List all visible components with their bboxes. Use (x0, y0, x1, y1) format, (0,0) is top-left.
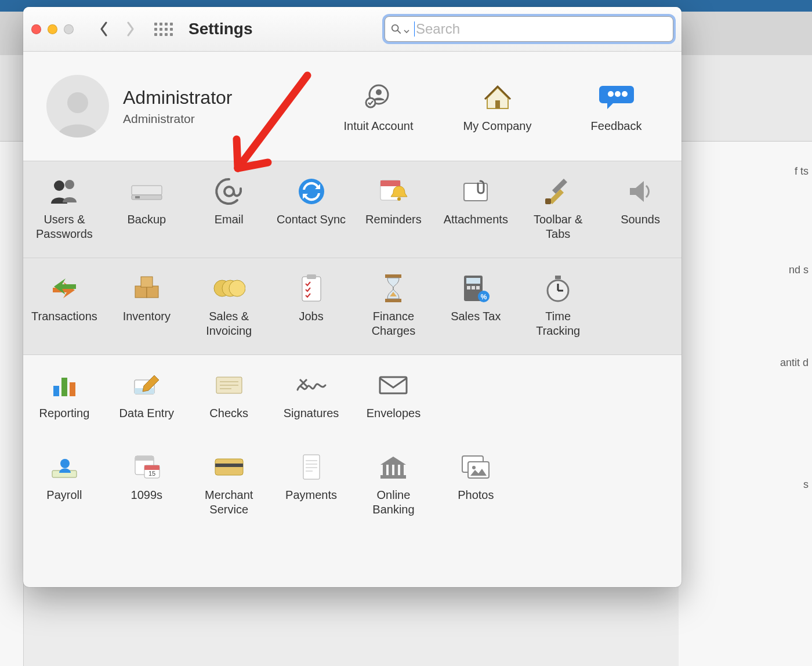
svg-rect-23 (147, 286, 158, 298)
background-sidebar (0, 142, 24, 666)
item-label: Reporting (23, 406, 106, 421)
svg-point-10 (54, 180, 64, 191)
bank-icon (376, 451, 411, 483)
svg-rect-54 (380, 377, 407, 393)
item-label: Checks (188, 406, 270, 421)
form-pencil-icon (129, 369, 164, 401)
item-label: Inventory (106, 309, 188, 324)
svg-point-0 (392, 25, 398, 31)
item-reminders[interactable]: Reminders (353, 175, 435, 241)
back-button[interactable] (98, 20, 110, 38)
item-backup[interactable]: Backup (106, 175, 188, 241)
item-time-tracking[interactable]: Time Tracking (517, 272, 599, 338)
item-label: Email (188, 212, 270, 227)
speaker-icon (623, 175, 658, 208)
item-sounds[interactable]: Sounds (599, 175, 682, 241)
item-label: Payroll (23, 488, 106, 502)
nav-buttons (98, 20, 136, 38)
svg-rect-70 (389, 465, 392, 475)
arrows-exchange-icon (47, 272, 82, 305)
item-finance-charges[interactable]: Finance Charges (353, 272, 435, 338)
svg-point-7 (608, 91, 614, 97)
item-label: Sales Tax (434, 309, 517, 324)
item-attachments[interactable]: Attachments (434, 175, 517, 241)
user-name: Administrator (123, 87, 233, 108)
item-jobs[interactable]: Jobs (270, 272, 353, 338)
settings-row-3: Reporting Data Entry Checks Signatures E… (23, 355, 682, 437)
bg-hint-2: nd s (789, 263, 809, 277)
svg-text:%: % (481, 293, 487, 301)
item-label: Envelopes (353, 406, 435, 421)
item-inventory[interactable]: Inventory (106, 272, 188, 338)
svg-rect-28 (302, 277, 321, 301)
item-signatures[interactable]: Signatures (270, 369, 353, 421)
house-icon (480, 79, 515, 114)
item-1099s[interactable]: 15 1099s (106, 451, 188, 517)
user-role: Administrator (123, 112, 233, 126)
show-all-button[interactable] (155, 20, 172, 38)
svg-rect-24 (141, 277, 153, 287)
stopwatch-icon (541, 272, 575, 305)
svg-rect-14 (135, 196, 140, 198)
item-label: Online Banking (353, 488, 435, 517)
item-intuit-account[interactable]: Intuit Account (336, 79, 420, 133)
item-users-passwords[interactable]: Users & Passwords (23, 175, 106, 241)
item-contact-sync[interactable]: Contact Sync (270, 175, 353, 241)
item-sales-invoicing[interactable]: Sales & Invoicing (188, 272, 270, 338)
minimize-window-button[interactable] (48, 24, 57, 34)
svg-rect-6 (495, 100, 500, 108)
item-photos[interactable]: Photos (434, 451, 517, 517)
svg-rect-18 (380, 180, 400, 186)
window-title: Settings (188, 20, 252, 38)
item-reporting[interactable]: Reporting (23, 369, 106, 421)
item-label: Signatures (270, 406, 353, 421)
item-online-banking[interactable]: Online Banking (353, 451, 435, 517)
svg-rect-33 (466, 278, 480, 284)
item-label: 1099s (106, 488, 188, 502)
boxes-icon (129, 272, 164, 305)
svg-text:15: 15 (148, 470, 155, 477)
item-label: Attachments (434, 212, 517, 227)
item-merchant-service[interactable]: Merchant Service (188, 451, 270, 517)
svg-point-19 (397, 197, 401, 201)
item-envelopes[interactable]: Envelopes (353, 369, 435, 421)
svg-point-15 (224, 187, 234, 196)
svg-line-1 (398, 31, 401, 34)
user-block: Administrator Administrator (123, 87, 233, 126)
chevron-down-icon[interactable] (404, 26, 409, 32)
envelope-icon (376, 369, 411, 401)
forward-button[interactable] (125, 20, 136, 38)
photos-icon (458, 451, 493, 483)
item-email[interactable]: Email (188, 175, 270, 241)
svg-point-4 (376, 89, 382, 95)
background-right-pane: f ts nd s antit d s (679, 142, 812, 666)
item-sales-tax[interactable]: % Sales Tax (434, 272, 517, 338)
window-controls (31, 24, 74, 34)
item-feedback[interactable]: Feedback (574, 79, 658, 133)
svg-point-8 (615, 91, 621, 97)
signature-icon (294, 369, 329, 401)
item-label: Transactions (23, 309, 106, 324)
search-placeholder: Search (416, 21, 460, 37)
item-checks[interactable]: Checks (188, 369, 270, 421)
svg-rect-36 (476, 286, 480, 289)
item-payments[interactable]: Payments (270, 451, 353, 517)
item-transactions[interactable]: Transactions (23, 272, 106, 338)
item-data-entry[interactable]: Data Entry (106, 369, 188, 421)
user-avatar[interactable] (46, 75, 109, 137)
bg-hint-4: s (803, 478, 809, 491)
check-document-icon (212, 369, 246, 401)
svg-rect-71 (394, 465, 398, 475)
header-items: Intuit Account My Company Feedback (336, 79, 658, 133)
item-toolbar-tabs[interactable]: Toolbar & Tabs (517, 175, 599, 241)
search-field[interactable]: Search (385, 16, 673, 42)
paperclip-icon (458, 175, 493, 208)
item-payroll[interactable]: Payroll (23, 451, 106, 517)
item-my-company[interactable]: My Company (455, 79, 539, 133)
settings-row-4: Payroll 15 1099s Merchant Service Paymen… (23, 437, 682, 533)
svg-rect-31 (385, 299, 401, 302)
close-window-button[interactable] (31, 24, 41, 34)
bg-hint-3: antit d (780, 356, 809, 370)
svg-point-56 (60, 459, 70, 468)
zoom-window-button[interactable] (64, 24, 74, 34)
